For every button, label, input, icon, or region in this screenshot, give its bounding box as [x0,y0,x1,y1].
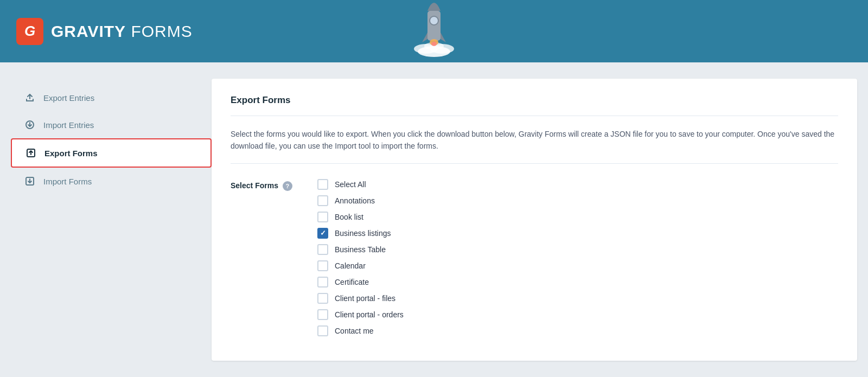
sidebar: Export Entries Import Entries [11,79,212,361]
svg-point-7 [431,42,437,46]
sidebar-label-export-entries: Export Entries [43,93,94,103]
form-label-calendar: Calendar [335,261,366,270]
form-label-book-list: Book list [335,213,363,221]
forms-list: Select All Annotations Book list Busines… [317,179,404,336]
sidebar-item-import-entries[interactable]: Import Entries [11,111,212,138]
help-icon[interactable]: ? [283,181,292,191]
import-entries-icon [24,119,36,131]
form-item-client-portal-orders[interactable]: Client portal - orders [317,309,404,320]
form-label-contact-me: Contact me [335,327,374,335]
form-label-client-portal-orders: Client portal - orders [335,310,404,319]
checkbox-business-table[interactable] [317,244,328,255]
form-label-annotations: Annotations [335,196,375,205]
form-item-certificate[interactable]: Certificate [317,277,404,287]
checkbox-client-portal-files[interactable] [317,293,328,304]
form-item-calendar[interactable]: Calendar [317,260,404,271]
panel-description: Select the forms you would like to expor… [231,128,838,164]
export-forms-icon [25,147,37,159]
checkbox-contact-me[interactable] [317,325,328,336]
form-item-business-listings[interactable]: Business listings [317,228,404,239]
select-forms-section: Select Forms ? Select All Annotations Bo… [231,179,838,336]
app-header: G GRAVITY FORMS [0,0,868,62]
sidebar-label-import-entries: Import Entries [43,120,94,130]
form-label-client-portal-files: Client portal - files [335,294,395,303]
checkbox-certificate[interactable] [317,277,328,287]
svg-point-5 [430,16,438,25]
form-label-business-listings: Business listings [335,229,391,238]
checkbox-calendar[interactable] [317,260,328,271]
form-label-certificate: Certificate [335,278,369,286]
form-item-book-list[interactable]: Book list [317,212,404,222]
import-forms-icon [24,175,36,187]
logo: G GRAVITY FORMS [16,18,193,45]
form-item-contact-me[interactable]: Contact me [317,325,404,336]
form-item-annotations[interactable]: Annotations [317,195,404,206]
checkbox-business-listings[interactable] [317,228,328,239]
sidebar-item-import-forms[interactable]: Import Forms [11,168,212,195]
checkbox-client-portal-orders[interactable] [317,309,328,320]
form-item-select-all[interactable]: Select All [317,179,404,190]
form-label-business-table: Business Table [335,245,386,254]
rocket-illustration [401,0,467,59]
panel-title: Export Forms [231,95,838,116]
export-entries-icon [24,92,36,104]
form-item-client-portal-files[interactable]: Client portal - files [317,293,404,304]
checkbox-select-all[interactable] [317,179,328,190]
sidebar-item-export-forms[interactable]: Export Forms [11,138,212,168]
form-item-business-table[interactable]: Business Table [317,244,404,255]
sidebar-label-import-forms: Import Forms [43,177,92,186]
content-panel: Export Forms Select the forms you would … [212,79,857,361]
checkbox-book-list[interactable] [317,212,328,222]
select-forms-label: Select Forms ? [231,179,296,336]
logo-text: GRAVITY FORMS [51,22,193,41]
svg-rect-4 [427,11,441,41]
sidebar-item-export-entries[interactable]: Export Entries [11,84,212,111]
form-label-select-all: Select All [335,180,366,189]
main-layout: Export Entries Import Entries [0,62,868,377]
logo-icon: G [16,18,43,45]
sidebar-label-export-forms: Export Forms [44,149,98,158]
checkbox-annotations[interactable] [317,195,328,206]
